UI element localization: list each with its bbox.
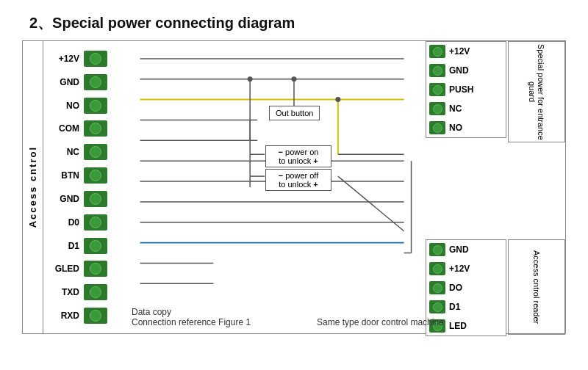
terminal-circle-txd: [90, 286, 101, 298]
plus-on: +: [313, 156, 318, 165]
right-label-nc: NC: [449, 104, 462, 114]
access-control-label: Access cntrol: [27, 146, 38, 228]
plus-off: +: [313, 180, 318, 189]
right-lower-circle-gnd: [433, 245, 442, 255]
svg-point-21: [335, 97, 340, 102]
bottom-note-right: Same type door control machine: [317, 317, 444, 327]
green-block-txd: [84, 284, 107, 300]
right-row-gnd: GND: [426, 61, 506, 80]
minus-on: −: [279, 148, 283, 156]
right-lower-side-label: Access cntrol reader: [508, 239, 565, 335]
right-row-nc: NC: [426, 99, 506, 118]
right-lower-green-12v: [429, 262, 445, 275]
right-green-no: [429, 121, 445, 134]
diagram-area: Access cntrol +12V GND NO COM: [22, 40, 566, 334]
terminal-circle-com: [90, 123, 101, 134]
right-lower-label-12v: +12V: [449, 264, 470, 274]
green-block-rxd: [84, 308, 107, 324]
terminal-circle-rxd: [90, 310, 101, 322]
label-12v: +12V: [43, 54, 84, 64]
right-label-push: PUSH: [449, 84, 473, 95]
label-gled: GLED: [43, 264, 84, 274]
right-circle-push: [433, 85, 442, 95]
right-row-no: NO: [426, 118, 506, 137]
right-lower-label-d1: D1: [449, 302, 460, 312]
green-block-com: [84, 120, 107, 137]
terminal-circle-btn: [90, 170, 101, 181]
terminal-row-d1: D1: [43, 236, 132, 256]
label-rxd: RXD: [43, 311, 84, 321]
green-block-no: [84, 98, 107, 114]
right-lower-row-gnd: GND: [426, 240, 506, 259]
green-block-gnd: [84, 74, 107, 90]
power-on-box: − power onto unlock +: [265, 145, 331, 167]
green-block-nc: [84, 144, 107, 160]
right-circle-12v: [433, 47, 442, 57]
terminal-circle-no: [90, 100, 101, 112]
terminal-circle-gled: [90, 263, 101, 275]
right-upper-side-label: Special power for entrance guard: [508, 41, 565, 142]
minus-off: −: [279, 171, 283, 180]
label-nc: NC: [43, 147, 84, 157]
right-circle-gnd: [433, 66, 442, 76]
terminal-row-d0: D0: [43, 212, 132, 233]
right-lower-label-led: LED: [449, 321, 467, 331]
green-block-gnd2: [84, 191, 107, 207]
right-upper-terminal-block: +12V GND PUSH NC NO: [426, 41, 506, 138]
right-lower-row-12v: +12V: [426, 259, 506, 278]
label-com: COM: [43, 123, 84, 134]
svg-point-17: [292, 76, 297, 81]
right-green-push: [429, 83, 445, 96]
bottom-note-left: Data copy Connection reference Figure 1: [132, 307, 251, 327]
right-green-nc: [429, 102, 445, 115]
terminal-row-com: COM: [43, 118, 132, 139]
terminal-circle-d1: [90, 240, 101, 252]
same-type-label: Same type door control machine: [317, 317, 444, 327]
power-off-box: − power offto unlock +: [265, 169, 331, 191]
label-d1: D1: [43, 241, 84, 251]
right-lower-circle-12v: [433, 264, 442, 274]
terminal-row-nc: NC: [43, 142, 132, 162]
green-block-btn: [84, 167, 107, 184]
terminal-circle-gnd: [90, 76, 101, 88]
svg-line-23: [338, 176, 404, 231]
label-btn: BTN: [43, 170, 84, 181]
right-green-12v: [429, 45, 445, 58]
terminal-row-12v: +12V: [43, 48, 132, 69]
right-row-push: PUSH: [426, 80, 506, 99]
terminal-row-rxd: RXD: [43, 305, 132, 326]
data-copy-label: Data copy: [132, 307, 251, 317]
right-lower-row-do: DO: [426, 278, 506, 297]
right-lower-circle-do: [433, 283, 442, 293]
terminal-row-txd: TXD: [43, 282, 132, 302]
label-gnd: GND: [43, 77, 84, 87]
right-green-gnd: [429, 64, 445, 77]
connection-reference-label: Connection reference Figure 1: [132, 317, 251, 327]
right-label-gnd: GND: [449, 65, 469, 76]
label-d0: D0: [43, 217, 84, 228]
right-circle-nc: [433, 104, 442, 114]
terminal-row-gnd2: GND: [43, 189, 132, 209]
terminal-circle-12v: [90, 53, 101, 65]
green-block-gled: [84, 261, 107, 277]
right-row-12v: +12V: [426, 42, 506, 61]
page-title: 2、Special power connecting diagram: [0, 0, 588, 40]
terminal-circle-nc: [90, 146, 101, 158]
terminal-row-no: NO: [43, 95, 132, 116]
terminal-row-gled: GLED: [43, 258, 132, 279]
left-terminal-block: +12V GND NO COM NC: [43, 41, 132, 333]
terminal-row-btn: BTN: [43, 165, 132, 186]
svg-point-14: [248, 76, 253, 81]
right-lower-green-do: [429, 281, 445, 294]
green-block-12v: [84, 51, 107, 67]
out-button-label: Out button: [276, 109, 313, 117]
right-lower-circle-d1: [433, 302, 442, 312]
right-lower-label-gnd: GND: [449, 244, 469, 255]
label-txd: TXD: [43, 287, 84, 297]
out-button-box: Out button: [269, 106, 320, 120]
terminal-circle-d0: [90, 217, 101, 228]
terminal-row-gnd: GND: [43, 72, 132, 92]
right-lower-label-do: DO: [449, 283, 462, 293]
right-lower-green-d1: [429, 300, 445, 313]
green-block-d1: [84, 238, 107, 254]
